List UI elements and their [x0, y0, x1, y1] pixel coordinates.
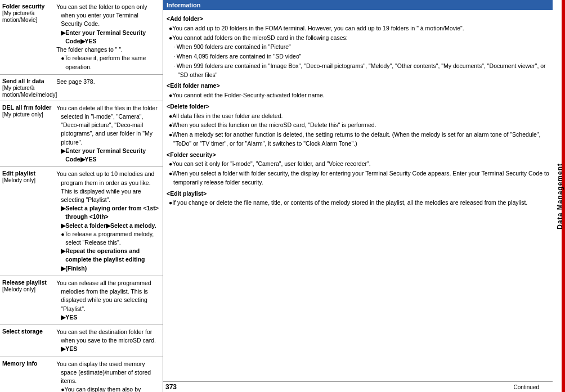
info-bullet: ●You cannot edit the Folder-Security-act…	[167, 91, 549, 100]
def-line: ▶YES	[61, 345, 160, 353]
page-number: 373	[165, 383, 177, 391]
left-panel: Folder security[My picture/à motion/Movi…	[0, 0, 163, 392]
info-bullet: ●When you select a folder with folder se…	[167, 169, 549, 187]
table-row: Select storageYou can set the destinatio…	[0, 325, 163, 357]
def-line: ▶Enter your Terminal Security Code▶YES	[61, 29, 160, 46]
def-line: ●To release a programmed melody, select …	[61, 230, 160, 247]
def-line: ●To release it, perform the same operati…	[61, 54, 160, 71]
section-title: <Edit playlist>	[167, 190, 549, 199]
info-content: <Add folder>●You can add up to 20 folder…	[163, 12, 553, 381]
right-panel: Information <Add folder>●You can add up …	[163, 0, 553, 381]
term-cell: Select storage	[0, 325, 59, 357]
def-line: ▶YES	[61, 313, 160, 322]
side-label-text: Data Management	[556, 163, 564, 229]
def-cell: You can delete all the files in the fold…	[59, 101, 163, 167]
side-label-container: Data Management	[555, 0, 565, 392]
def-cell: You can release all the programmed melod…	[59, 276, 163, 325]
section-title: <Edit folder name>	[167, 82, 549, 91]
def-cell: You can set the folder to open only when…	[59, 0, 163, 74]
info-bullet: ●When you select this function on the mi…	[167, 121, 549, 130]
main-table: Folder security[My picture/à motion/Movi…	[0, 0, 163, 392]
def-line: ▶Repeat the operations and complete the …	[61, 247, 160, 264]
term-cell: Send all Ir data[My picture/à motion/Mov…	[0, 74, 59, 101]
def-line: The folder changes to " ".	[61, 46, 160, 54]
table-row: Memory infoYou can display the used memo…	[0, 357, 163, 392]
info-bullet: ●You can set it only for "i-mode", "Came…	[167, 160, 549, 169]
info-bullet: · When 900 folders are contained in "Pic…	[167, 43, 549, 52]
def-line: You can set the folder to open only when…	[61, 3, 160, 29]
term-cell: Memory info	[0, 357, 59, 392]
def-line: You can set the destination folder for w…	[61, 328, 160, 345]
info-bullet: · When 4,095 folders are contained in "S…	[167, 52, 549, 61]
def-cell: You can display the used memory space (e…	[59, 357, 163, 392]
info-header: Information	[163, 0, 553, 10]
def-line: You can display the used memory space (e…	[61, 360, 160, 386]
def-cell: You can set the destination folder for w…	[59, 325, 163, 357]
def-line: ●You can display them also by pressing (…	[61, 385, 160, 392]
section-title: <Folder security>	[167, 151, 549, 160]
def-line: ▶Select a folder▶Select a melody.	[61, 222, 160, 230]
def-line: ▶Select a playing order from <1st> throu…	[61, 204, 160, 221]
info-bullet: ●When a melody set for another function …	[167, 130, 549, 148]
info-bullet: · When 999 folders are contained in "Ima…	[167, 62, 549, 80]
info-bullet: ●All data files in the user folder are d…	[167, 112, 549, 121]
info-bullet: ●You can add up to 20 folders in the FOM…	[167, 24, 549, 33]
bottom-bar: 373 Continued	[163, 381, 553, 392]
term-cell: Folder security[My picture/à motion/Movi…	[0, 0, 59, 74]
section-title: <Delete folder>	[167, 102, 549, 111]
info-bullet: ●You cannot add folders on the microSD c…	[167, 34, 549, 43]
def-cell: See page 378.	[59, 74, 163, 101]
def-cell: You can select up to 10 melodies and pro…	[59, 167, 163, 276]
table-row: Release playlist[Melody only]You can rel…	[0, 276, 163, 325]
right-wrapper: Information <Add folder>●You can add up …	[163, 0, 565, 392]
term-cell: Edit playlist[Melody only]	[0, 167, 59, 276]
def-line: You can select up to 10 melodies and pro…	[61, 170, 160, 204]
table-row: Edit playlist[Melody only]You can select…	[0, 167, 163, 276]
def-line: See page 378.	[61, 78, 160, 86]
table-row: Send all Ir data[My picture/à motion/Mov…	[0, 74, 163, 101]
term-cell: DEL all frm folder[My picture only]	[0, 101, 59, 167]
continued-label: Continued	[513, 384, 539, 390]
def-line: You can release all the programmed melod…	[61, 279, 160, 313]
def-line: ▶Enter your Terminal Security Code▶YES	[61, 147, 160, 164]
info-bullet: ●If you change or delete the file name, …	[167, 199, 549, 208]
table-row: DEL all frm folder[My picture only]You c…	[0, 101, 163, 167]
def-line: You can delete all the files in the fold…	[61, 104, 160, 147]
section-title: <Add folder>	[167, 15, 549, 24]
term-cell: Release playlist[Melody only]	[0, 276, 59, 325]
def-line: ▶(Finish)	[61, 264, 160, 273]
table-row: Folder security[My picture/à motion/Movi…	[0, 0, 163, 74]
